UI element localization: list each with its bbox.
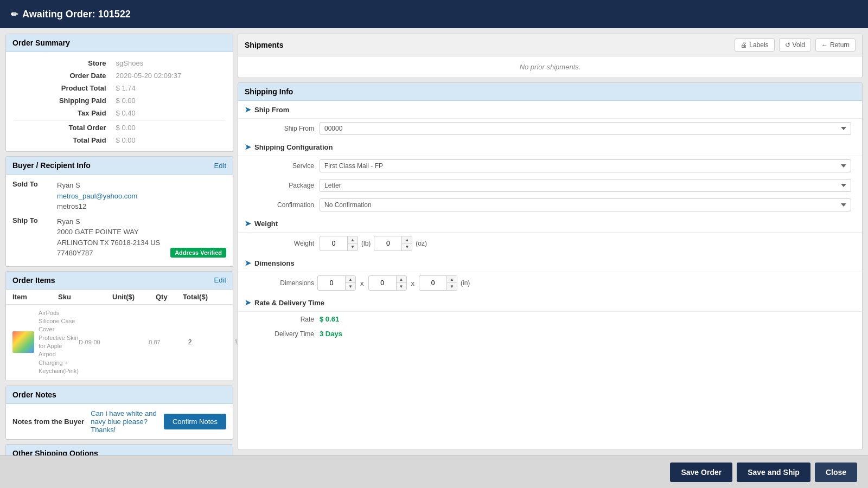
dim2-input[interactable]	[369, 277, 396, 289]
void-button[interactable]: ↺ Void	[779, 38, 811, 52]
other-shipping-header: Other Shipping Options	[6, 445, 233, 455]
product-total-value: $ 1.74	[110, 82, 225, 94]
dim3-up-button[interactable]: ▲	[447, 276, 457, 283]
dimensions-section: ➤ Dimensions	[238, 254, 862, 272]
footer: Save Order Save and Ship Close	[0, 455, 868, 488]
dim2-up-button[interactable]: ▲	[397, 276, 406, 283]
dim1-down-button[interactable]: ▼	[346, 283, 355, 290]
item-name-cell: AirPods Silicone Case Cover Protective S…	[12, 309, 79, 376]
labels-button[interactable]: 🖨 Labels	[735, 38, 774, 52]
close-button[interactable]: Close	[815, 463, 857, 482]
order-items-edit-link[interactable]: Edit	[214, 276, 226, 284]
dim1-spinner: ▲ ▼	[317, 275, 356, 291]
weight-lb-down-button[interactable]: ▼	[348, 243, 358, 251]
ship-from-select[interactable]: 00000	[320, 122, 851, 135]
sold-to-name: Ryan S	[57, 180, 137, 191]
dim1-buttons: ▲ ▼	[345, 276, 355, 290]
buyer-info-title: Buyer / Recipient Info	[12, 161, 91, 170]
buyer-info-edit-link[interactable]: Edit	[214, 162, 226, 170]
total-paid-label: Total Paid	[14, 134, 108, 146]
weight-section-title: Weight	[254, 220, 278, 228]
sold-to-email[interactable]: metros_paul@yahoo.com	[57, 192, 137, 200]
dim3-down-button[interactable]: ▼	[447, 283, 457, 290]
lb-unit: (lb)	[361, 240, 371, 247]
page-title: Awaiting Order: 101522	[22, 9, 131, 20]
package-row: Package Letter	[238, 176, 862, 195]
confirm-notes-button[interactable]: Confirm Notes	[164, 414, 226, 429]
col-sku: Sku	[58, 293, 112, 301]
table-row: Product Total $ 1.74	[14, 82, 225, 94]
dim2-down-button[interactable]: ▼	[397, 283, 406, 290]
ship-from-section-title: Ship From	[254, 106, 289, 114]
config-arrow-icon: ➤	[245, 143, 251, 151]
rate-label: Rate	[249, 316, 314, 323]
shipping-paid-label: Shipping Paid	[14, 95, 108, 106]
service-row: Service First Class Mail - FP	[238, 156, 862, 176]
list-item: AirPods Silicone Case Cover Protective S…	[6, 305, 233, 381]
ship-to-value: Ryan S 2000 GATE POINTE WAY ARLINGTON TX…	[57, 216, 160, 259]
weight-oz-buttons: ▲ ▼	[401, 236, 412, 251]
save-and-ship-button[interactable]: Save and Ship	[737, 463, 810, 482]
dim2-spinner: ▲ ▼	[368, 275, 407, 291]
order-notes-panel: Order Notes Notes from the Buyer Can i h…	[5, 386, 233, 440]
store-label: Store	[14, 57, 108, 69]
dim1-up-button[interactable]: ▲	[346, 276, 355, 283]
table-row: Shipping Paid $ 0.00	[14, 95, 225, 106]
shipments-header: Shipments 🖨 Labels ↺ Void ← Return	[238, 34, 862, 56]
package-select[interactable]: Letter	[320, 179, 851, 192]
order-items-title: Order Items	[12, 276, 55, 285]
weight-oz-input[interactable]	[374, 237, 401, 249]
notes-text: Can i have white and navy blue please? T…	[91, 409, 157, 434]
item-sku: D-09-00	[79, 339, 133, 345]
rate-arrow-icon: ➤	[245, 298, 251, 307]
oz-unit: (oz)	[416, 240, 427, 247]
order-summary-title: Order Summary	[12, 38, 70, 47]
weight-lb-up-button[interactable]: ▲	[348, 236, 358, 243]
ship-to-label: Ship To	[12, 216, 50, 259]
other-shipping-panel: Other Shipping Options Do not notify mar…	[5, 444, 233, 455]
ship-from-section: ➤ Ship From	[238, 101, 862, 119]
rate-value: $ 0.61	[320, 315, 339, 323]
buyer-info-panel: Buyer / Recipient Info Edit Sold To Ryan…	[5, 156, 233, 267]
ship-to-name: Ryan S	[57, 216, 160, 227]
buyer-info-header: Buyer / Recipient Info Edit	[6, 157, 233, 175]
buyer-info-content: Sold To Ryan S metros_paul@yahoo.com met…	[6, 175, 233, 266]
table-row: Tax Paid $ 0.40	[14, 107, 225, 119]
weight-label: Weight	[249, 240, 314, 247]
delivery-row: Delivery Time 3 Days	[238, 326, 862, 341]
return-button[interactable]: ← Return	[815, 38, 856, 52]
store-value: sgShoes	[110, 57, 225, 69]
shipments-panel: Shipments 🖨 Labels ↺ Void ← Return	[238, 34, 863, 78]
printer-icon: 🖨	[741, 41, 747, 49]
ship-to-address1: 2000 GATE POINTE WAY	[57, 227, 160, 237]
dim2-buttons: ▲ ▼	[396, 276, 406, 290]
weight-oz-up-button[interactable]: ▲	[402, 236, 412, 243]
page-header: ✏ Awaiting Order: 101522	[0, 0, 868, 28]
rate-section-title: Rate & Delivery Time	[254, 299, 324, 307]
dims-section-title: Dimensions	[254, 259, 295, 267]
weight-lb-spinner: ▲ ▼	[320, 236, 358, 251]
weight-oz-down-button[interactable]: ▼	[402, 243, 412, 251]
notes-label: Notes from the Buyer	[12, 418, 84, 426]
order-date-value: 2020-05-20 02:09:37	[110, 70, 225, 81]
item-name: AirPods Silicone Case Cover Protective S…	[39, 309, 79, 376]
col-qty: Qty	[156, 293, 183, 301]
config-section-title: Shipping Configuration	[254, 143, 333, 151]
rate-row: Rate $ 0.61	[238, 312, 862, 326]
ship-from-arrow-icon: ➤	[245, 105, 251, 114]
col-total: Total($)	[183, 293, 226, 301]
weight-section: ➤ Weight	[238, 215, 862, 233]
weight-lb-input[interactable]	[320, 237, 347, 249]
dim1-input[interactable]	[318, 277, 345, 289]
service-select[interactable]: First Class Mail - FP	[320, 159, 851, 172]
confirmation-select[interactable]: No Confirmation	[320, 198, 851, 211]
order-summary-panel: Order Summary Store sgShoes Order Date 2…	[5, 34, 233, 152]
sold-to-value: Ryan S metros_paul@yahoo.com metros12	[57, 180, 137, 212]
shipping-info-panel: Shipping Info ➤ Ship From Ship From 0000…	[238, 82, 863, 450]
sold-to-row: Sold To Ryan S metros_paul@yahoo.com met…	[12, 180, 226, 212]
weight-arrow-icon: ➤	[245, 219, 251, 228]
dim3-input[interactable]	[419, 277, 446, 289]
table-row: Total Paid $ 0.00	[14, 134, 225, 146]
save-order-button[interactable]: Save Order	[670, 463, 732, 482]
package-label: Package	[249, 182, 314, 189]
